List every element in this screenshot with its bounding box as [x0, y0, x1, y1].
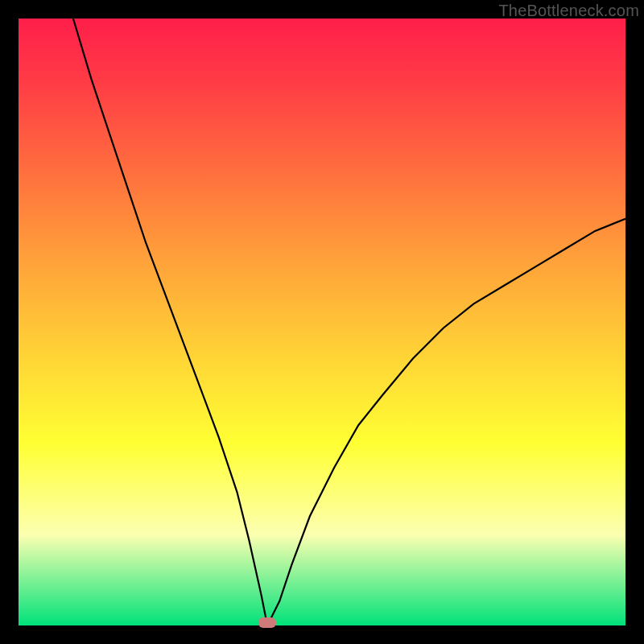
curve-path	[73, 19, 625, 625]
optimum-marker	[258, 617, 276, 628]
chart-plot-area	[19, 19, 625, 625]
watermark-text: TheBottleneck.com	[498, 2, 639, 20]
bottleneck-curve	[19, 19, 625, 625]
